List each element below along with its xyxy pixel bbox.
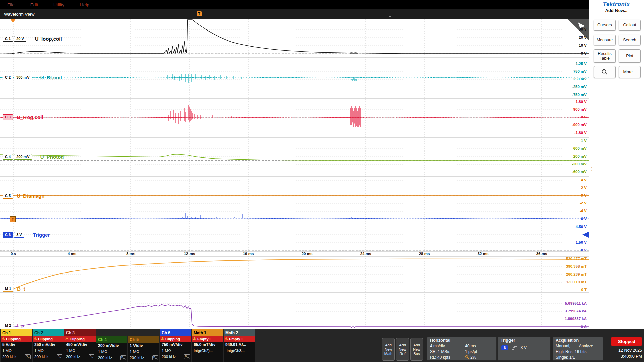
card-header[interactable]: Ch 4	[96, 336, 127, 343]
plot-button[interactable]: Plot	[619, 49, 641, 63]
channel-chip-c6[interactable]: C 6	[3, 232, 13, 238]
cursors-button[interactable]: Cursors	[594, 20, 616, 31]
card-row: 1 V/div	[128, 343, 159, 349]
waveform-graticule[interactable]	[0, 19, 589, 329]
add-new-heading: Add New...	[589, 8, 644, 13]
bus-label: Bus	[414, 352, 420, 356]
card-header[interactable]: Math 1	[192, 329, 223, 336]
add-label: Add	[399, 343, 406, 347]
card-row: Intg(Ch2)...	[192, 348, 223, 354]
run-stop-status-button[interactable]: Stopped	[611, 337, 642, 346]
channel-card-ch-6[interactable]: Ch 6⚠Clipping750 mV/div1 MΩ200 kHzBW	[160, 329, 191, 362]
channel-label-m2[interactable]: I_p	[17, 323, 24, 328]
warning-icon: ⚠	[161, 337, 164, 341]
card-header[interactable]: Ch 3	[64, 329, 96, 336]
channel-scale-chip-c1[interactable]: 20 V	[14, 36, 26, 42]
menu-edit[interactable]: Edit	[30, 2, 38, 7]
channel-chip-c1[interactable]: C 1	[3, 36, 13, 42]
menu-file[interactable]: File	[7, 2, 15, 7]
channel-chip-m2[interactable]: M 2	[3, 323, 13, 328]
channel-badge-c2[interactable]: C 2 300 mV U_Bt,coil	[3, 74, 62, 81]
horizontal-record-length: RL: 40 kpts	[430, 355, 465, 360]
channel-card-math-1[interactable]: Math 1⚠Empty i...65.0 mT/divIntg(Ch2)...	[192, 329, 223, 362]
channel-scale-chip-c4[interactable]: 200 mV	[14, 154, 32, 160]
channel-card-ch-5[interactable]: Ch 51 V/div1 MΩ200 kHzBW	[128, 336, 159, 362]
status-time: 3:40:00 PM	[600, 354, 642, 359]
trigger-source-badge[interactable]: T	[10, 216, 16, 222]
channel-card-ch-2[interactable]: Ch 2⚠Clipping250 mV/div1 MΩ200 kHzBW	[33, 329, 64, 362]
brand-area: Tektronix Add New...	[589, 0, 644, 19]
zoom-button[interactable]	[594, 66, 616, 78]
trigger-position-flag[interactable]: T	[197, 11, 202, 16]
acquisition-panel[interactable]: Acquisition Manual, Analyze High Res: 16…	[553, 337, 603, 361]
channel-label-c1[interactable]: U_loop,coil	[35, 36, 62, 42]
channel-label-m1[interactable]: B_t	[17, 286, 25, 292]
horizontal-panel[interactable]: Horizontal 4 ms/div 40 ms SR: 1 MS/s 1 µ…	[427, 337, 497, 361]
ref-label: Ref	[399, 352, 405, 356]
channel-scale-chip-c2[interactable]: 300 mV	[14, 75, 32, 80]
warning-text: Clipping	[165, 337, 180, 341]
right-toolbar: Cursors Callout Measure Search Results T…	[589, 19, 644, 329]
channel-chip-c4[interactable]: C 4	[3, 154, 13, 160]
card-header[interactable]: Ch 2	[33, 329, 64, 336]
overview-track[interactable]	[203, 14, 389, 14]
overview-track-endcap	[389, 12, 391, 17]
channel-card-math-2[interactable]: Math 2⚠Empty i...949.91 A/...-Intg(Ch3..…	[224, 329, 255, 362]
channel-badge-c5[interactable]: C 5 U_Diamagn	[3, 192, 45, 199]
channel-badge-m2[interactable]: M 2 I_p	[3, 322, 24, 329]
card-header[interactable]: Math 2	[224, 329, 255, 336]
channel-label-c3[interactable]: U_Rog,coil	[17, 114, 43, 120]
zoom-percent-icon	[465, 355, 469, 359]
channel-label-c2[interactable]: U_Bt,coil	[40, 75, 62, 80]
trigger-level: 3 V	[520, 345, 527, 350]
menu-utility[interactable]: Utility	[53, 2, 64, 7]
trigger-level-arrow[interactable]	[582, 232, 589, 238]
card-row: 1 MΩ	[1, 348, 32, 354]
channel-cards: Ch 1⚠Clipping5 V/div1 MΩ200 kHzBWCh 2⚠Cl…	[1, 329, 255, 362]
callout-button[interactable]: Callout	[619, 20, 641, 31]
card-header[interactable]: Ch 1	[1, 329, 32, 336]
channel-card-ch-3[interactable]: Ch 3⚠Clipping450 mV/div1 MΩ200 kHzBW	[64, 329, 96, 362]
channel-scale-chip-c6[interactable]: 3 V	[14, 232, 24, 238]
results-table-button[interactable]: Results Table	[594, 49, 616, 63]
acquisition-single: Single: 1/1	[556, 355, 575, 360]
new-label: New	[413, 347, 420, 352]
channel-badge-c3[interactable]: C 3 U_Rog,coil	[3, 114, 43, 120]
channel-badge-c4[interactable]: C 4 200 mV U_Photod	[3, 153, 64, 160]
add-new-bus-button[interactable]: Add New Bus	[410, 338, 423, 361]
trigger-panel[interactable]: Trigger 6 3 V	[498, 337, 551, 361]
channel-label-c6[interactable]: Trigger	[33, 232, 50, 238]
card-row: 750 mV/div	[160, 342, 191, 348]
card-header[interactable]: Ch 5	[128, 336, 159, 343]
card-warning-banner: ⚠Clipping	[64, 336, 96, 342]
channel-card-ch-4[interactable]: Ch 4200 mV/div1 MΩ200 kHzBW	[96, 336, 127, 362]
card-header[interactable]: Ch 6	[160, 329, 191, 336]
add-new-ref-button[interactable]: Add New Ref	[396, 338, 409, 361]
menu-help[interactable]: Help	[80, 2, 89, 7]
channel-chip-c2[interactable]: C 2	[3, 75, 13, 80]
search-button[interactable]: Search	[619, 35, 641, 45]
channel-badge-c1[interactable]: C 1 20 V U_loop,coil	[3, 35, 62, 42]
trigger-source-channel-badge: 6	[501, 345, 508, 350]
more-button[interactable]: More...	[619, 66, 641, 78]
channel-label-c5[interactable]: U_Diamagn	[17, 193, 45, 199]
channel-chip-c5[interactable]: C 5	[3, 193, 13, 199]
add-new-math-button[interactable]: Add New Math	[382, 338, 395, 361]
zoom-corner-widget[interactable]	[568, 19, 589, 40]
warning-icon: ⚠	[193, 337, 196, 341]
new-label: New	[399, 347, 406, 352]
measure-button[interactable]: Measure	[594, 35, 616, 45]
horizontal-resolution: 1 µs/pt	[465, 349, 477, 354]
channel-chip-m1[interactable]: M 1	[3, 286, 13, 292]
expansion-point-marker[interactable]	[10, 19, 16, 23]
bandwidth-limit-icon: BW	[152, 355, 158, 360]
card-row: 200 kHzBW	[33, 354, 64, 360]
channel-badge-m1[interactable]: M 1 B_t	[3, 285, 25, 292]
panel-splitter-handle[interactable]: ⋮	[589, 166, 594, 172]
channel-chip-c3[interactable]: C 3	[3, 114, 13, 120]
channel-label-c4[interactable]: U_Photod	[40, 154, 64, 160]
channel-card-ch-1[interactable]: Ch 1⚠Clipping5 V/div1 MΩ200 kHzBW	[1, 329, 32, 362]
horizontal-zoom-percent: 2%	[470, 355, 476, 360]
rising-edge-icon	[511, 345, 517, 350]
channel-badge-c6[interactable]: C 6 3 V Trigger	[3, 231, 50, 238]
